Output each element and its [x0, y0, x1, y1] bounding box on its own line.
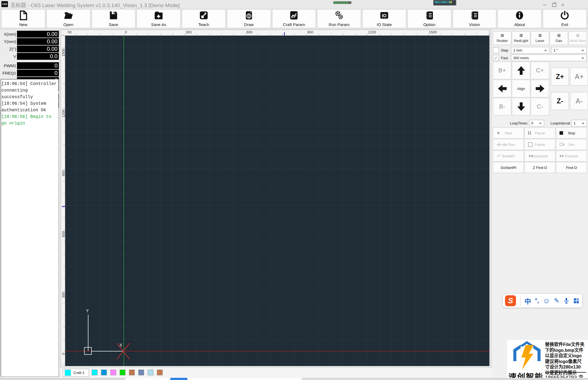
save-button[interactable]: Save	[92, 9, 136, 28]
status-indicator-green	[333, 1, 352, 4]
a-plus-button[interactable]: A+	[570, 68, 588, 86]
log-line: [18:06:54] Controller connecting success…	[1, 81, 58, 100]
teach-icon	[199, 10, 209, 21]
shutter-button[interactable]: Shutter	[493, 31, 511, 45]
step-distance-select[interactable]: 1 mm	[511, 47, 549, 53]
toolbar-label: About	[514, 22, 525, 27]
z-find-o-button[interactable]: Z Find-O	[524, 162, 555, 173]
save-as-button[interactable]: Save As	[137, 9, 180, 28]
vision-button[interactable]: Vision	[453, 9, 497, 28]
step-angle-select[interactable]: 1 °	[551, 47, 587, 53]
exit-button[interactable]: Exit	[543, 9, 587, 28]
fast-checkbox[interactable]	[493, 55, 499, 61]
align-button[interactable]: Align	[512, 80, 530, 97]
dro-row: V0.0	[0, 53, 59, 60]
io-state-button[interactable]: IO IO State	[362, 9, 406, 28]
weld-wire-button: Weld Wire	[569, 31, 587, 45]
system-log[interactable]: [18:06:54] Controller connecting success…	[1, 79, 59, 377]
canvas-gutter	[489, 30, 492, 367]
chinese-mode-icon[interactable]: 中	[524, 296, 531, 306]
step-checkbox[interactable]	[493, 47, 499, 53]
palette-swatch[interactable]	[120, 370, 125, 375]
title-bar: C6S 无标题 - C6S Laser Welding System v1.0.…	[0, 0, 588, 8]
io-button-label: Gas	[556, 39, 562, 43]
option-button[interactable]: Option	[408, 9, 451, 28]
teach-button[interactable]: Teach	[182, 9, 226, 28]
fast-speed-select[interactable]: 300 mm/s	[511, 55, 587, 61]
toolbox-grid-icon[interactable]	[573, 298, 579, 304]
fast-label: Fast	[501, 56, 509, 60]
craft-param-button[interactable]: Craft Param	[272, 9, 316, 28]
step-label: Step	[501, 48, 509, 52]
palette-swatch[interactable]	[92, 370, 97, 375]
origin-square	[84, 347, 92, 355]
loop-times-select[interactable]: 0	[529, 120, 544, 126]
dro-label: V	[0, 54, 17, 59]
idle-run-button: Idle Run	[493, 139, 524, 150]
jog-b-plus-button[interactable]: B+	[493, 62, 511, 79]
punctuation-icon[interactable]: °,	[535, 297, 539, 304]
sogou-logo-icon[interactable]: S	[505, 295, 516, 306]
divider	[520, 295, 521, 306]
taskbar-search-edge	[125, 378, 302, 380]
palette-swatch[interactable]	[148, 370, 153, 375]
palette-swatch[interactable]	[138, 370, 144, 375]
pen-icon[interactable]: ✎	[554, 297, 559, 305]
find-o-button[interactable]: Find-O	[556, 162, 587, 173]
z-plus-button[interactable]: Z+	[551, 68, 569, 86]
dro-row: X(mm)0.00	[0, 31, 59, 38]
io-button-row: Shutter RedLight Laser Gas Weld Wire	[493, 31, 587, 45]
new-button[interactable]: New	[1, 9, 45, 28]
jog-c-minus-button[interactable]: C-	[531, 98, 549, 115]
close-button[interactable]: ×	[560, 3, 566, 7]
palette-swatch[interactable]	[129, 370, 135, 375]
emoji-icon[interactable]: ☺	[543, 297, 550, 305]
palette-swatch[interactable]	[110, 370, 116, 375]
gas-button[interactable]: Gas	[550, 31, 568, 45]
loop-interval-value: 1	[573, 121, 575, 125]
monitor-icon	[560, 143, 564, 147]
draw-button[interactable]: Draw	[227, 9, 271, 28]
redlight-button[interactable]: RedLight	[512, 31, 530, 45]
color-palette	[92, 370, 163, 375]
toolbar-label: Teach	[198, 22, 209, 27]
jog-up-button[interactable]	[512, 62, 530, 79]
pause-icon	[528, 131, 532, 135]
stop-button[interactable]: Stop	[556, 127, 587, 138]
palette-swatch[interactable]	[101, 370, 107, 375]
vertical-ruler: 1500 1200 900 600 300 0	[61, 36, 65, 366]
run-param-button[interactable]: Run Param	[317, 9, 361, 28]
dro-value: 0.0	[17, 53, 59, 60]
control-label: Start	[505, 131, 512, 135]
option-notebook-icon	[424, 10, 434, 21]
minimize-button[interactable]	[542, 3, 548, 7]
toolbar-label: Save	[109, 22, 118, 27]
about-info-icon	[515, 10, 524, 21]
craft-layer-button[interactable]: Craft-1	[63, 369, 89, 377]
sim-button: Sim	[556, 139, 587, 150]
microphone-icon[interactable]	[563, 297, 569, 304]
open-button[interactable]: Open	[47, 9, 90, 28]
jog-c-plus-button[interactable]: C+	[531, 62, 549, 79]
logo-note-text: 替换软件File文件夹 下的logo.bmp文件 以显示自定义logo 建议将l…	[545, 342, 587, 375]
loop-interval-select[interactable]: 1	[571, 120, 587, 126]
laser-button[interactable]: Laser	[531, 31, 549, 45]
control-label: Stop	[568, 131, 575, 135]
go-start-pt-button[interactable]: GoStartPt	[493, 162, 524, 173]
ruler-tick-label: 900	[307, 30, 313, 34]
restore-button[interactable]	[551, 3, 557, 7]
jog-b-minus-button[interactable]: B-	[493, 98, 511, 115]
craft-swatch	[65, 370, 71, 376]
jog-right-button[interactable]	[531, 80, 549, 97]
palette-swatch[interactable]	[157, 370, 163, 375]
drawing-canvas[interactable]: Y X	[65, 36, 489, 366]
dro-row: PWM10	[0, 62, 59, 69]
frame-icon	[528, 142, 533, 147]
a-minus-button[interactable]: A-	[570, 92, 588, 110]
z-minus-button[interactable]: Z-	[551, 92, 569, 110]
about-button[interactable]: About	[498, 9, 541, 28]
io-state-icon: IO	[379, 10, 389, 21]
jog-down-button[interactable]	[512, 98, 530, 115]
jog-left-button[interactable]	[493, 80, 511, 97]
dro-label: FREQ1	[0, 71, 17, 75]
